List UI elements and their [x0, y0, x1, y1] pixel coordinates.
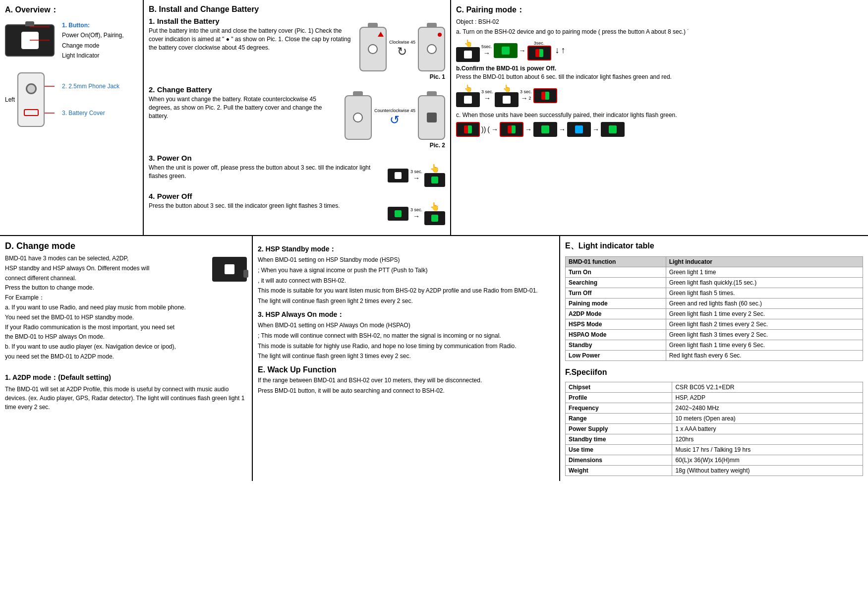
spec-label-cell: Use time — [566, 445, 672, 455]
final-green-device3 — [601, 122, 625, 137]
device-bottom-view: Left 2. 2.5mm Phone — [5, 72, 119, 127]
wack-desc2: Press BMD-01 button, it will be auto sea… — [258, 387, 554, 395]
hsp-standby-desc4: This mode is suitable for you want liste… — [258, 287, 554, 295]
step4-title: 4. Power Off — [149, 192, 445, 200]
step3-sec-label: 3 sec. — [410, 169, 422, 174]
light-indicator-cell: Green light flash 1 time every 2 Sec. — [666, 309, 863, 319]
main-container: A. Overview： — [0, 0, 868, 481]
bmd-inner-off — [464, 96, 472, 104]
bmd-device-hand: 👆 — [456, 84, 480, 107]
spec-label-cell: Frequency — [566, 403, 672, 414]
step3-title: 3. Power On — [149, 154, 445, 162]
light-indicator-cell: Green and red lights flash (60 sec.) — [666, 299, 863, 309]
spec-table-row: Use timeMusic 17 hrs / Talking 19 hrs — [566, 445, 863, 455]
spec-value-cell: 1 x AAA battery — [672, 424, 863, 434]
light-indicator-cell: Red light flash every 6 Sec. — [666, 351, 863, 361]
light-table-head: BMD-01 function Light inducator — [566, 257, 863, 267]
spec-label-cell: Dimensions — [566, 455, 672, 466]
label-5sec: 5sec. — [481, 44, 492, 49]
hsp-always-desc3: This mode is suitable for highly use Rad… — [258, 342, 554, 351]
light-indicator-table: BMD-01 function Light inducator Turn OnG… — [565, 256, 863, 361]
step2-text: When you want change the battery. Rotate… — [149, 95, 340, 120]
light-table-row: Turn OffGreen light flash 5 times. — [566, 288, 863, 299]
pic2-label: Pic. 2 — [430, 142, 445, 149]
spec-label-cell: Chipset — [566, 382, 672, 393]
spec-table-row: ChipsetCSR BC05 V2.1+EDR — [566, 382, 863, 393]
callout-labels-top: 1. Button: Power On(Off), Pairing, Chang… — [62, 20, 124, 61]
step2: 2. Change Battery When you want change t… — [149, 85, 445, 149]
light-function-cell: Low Power — [566, 351, 666, 361]
power-off-device2a — [424, 211, 445, 225]
bsh-rg-inner — [535, 49, 543, 57]
hsp-always-desc1: When BMD-01 setting on HSP Always On mod… — [258, 321, 554, 330]
light-col1-header: BMD-01 function — [566, 257, 666, 267]
arrow-final4: → — [592, 125, 599, 133]
button-top — [25, 21, 34, 26]
power-on-device — [424, 173, 445, 187]
battery-unit-1 — [359, 27, 387, 71]
label-3sec-a: 3sec. — [534, 41, 545, 46]
power-off-device — [388, 169, 408, 182]
section-b-title: B. Install and Change Battery — [149, 5, 445, 14]
mode-device-btn — [243, 270, 248, 278]
section-c-object: Object : BSH-02 — [456, 18, 863, 25]
hand-press-icon2: 👆 — [430, 202, 440, 211]
button-label: 1. Button: — [62, 20, 124, 30]
hand-icon-a: 👆 — [464, 39, 472, 47]
section-d-title: D. Change mode — [5, 241, 247, 251]
spec-label-cell: Weight — [566, 466, 672, 476]
light-function-cell: HSPAO Mode — [566, 330, 666, 340]
final-rg-inner — [464, 125, 472, 133]
step4-sec-label: 3 sec. — [410, 207, 422, 212]
section-ef: E、Light indicator table BMD-01 function … — [560, 236, 868, 481]
left-label: Left — [5, 96, 15, 103]
step4-text: Press the button about 3 sec. till the i… — [149, 202, 383, 210]
light-indicator-cell: Green light flash 5 times. — [666, 288, 863, 299]
device-top-view: 1. Button: Power On(Off), Pairing, Chang… — [5, 20, 124, 61]
spec-value-cell: CSR BC05 V2.1+EDR — [672, 382, 863, 393]
battery-unit-1b — [418, 27, 445, 71]
step2-title: 2. Change Battery — [149, 85, 445, 94]
d-exB2: you need set the BMD-01 to A2DP mode. — [5, 353, 247, 361]
spec-table-row: Dimensions60(L)x 36(W)x 16(H)mm — [566, 455, 863, 466]
section-a: A. Overview： — [0, 0, 144, 235]
step4-diagram: 3 sec. → 👆 — [388, 202, 445, 225]
pic1-label: Pic. 1 — [430, 73, 445, 80]
power-on-device2 — [388, 207, 408, 221]
device-body — [5, 24, 55, 57]
arrow-a2b: 3sec. — [527, 41, 551, 60]
final-rg-device — [456, 122, 480, 137]
final-green-inner3 — [609, 125, 617, 133]
spec-value-cell: 60(L)x 36(W)x 16(H)mm — [672, 455, 863, 466]
spec-table-row: Range10 meters (Open area) — [566, 414, 863, 424]
step2-diagram: Counterclockwise 45 ↺ Pic. 2 — [345, 95, 445, 149]
bsh-inner-green — [502, 47, 510, 55]
bsh-pairing-state — [527, 46, 551, 60]
step2-content: When you want change the battery. Rotate… — [149, 95, 445, 149]
step1-title: 1. Install the Battery — [149, 17, 445, 25]
spec-value-cell: Music 17 hrs / Talking 19 hrs — [672, 445, 863, 455]
step3-content: When the unit is power off, please press… — [149, 164, 445, 187]
section-d: D. Change mode BMD-01 have 3 modes can b… — [0, 236, 253, 481]
hsp-standby-title: 2. HSP Standby mode： — [258, 245, 554, 254]
light-table-row: SearchingGreen light flash quickly.(15 s… — [566, 278, 863, 288]
bsh-device-hand: 👆 — [456, 39, 480, 62]
bmd-pairing-device — [533, 88, 557, 103]
hsp-standby-desc2: ; When you have a signal income or push … — [258, 266, 554, 275]
light-function-cell: Paining mode — [566, 299, 666, 309]
device-diagram-top: 1. Button: Power On(Off), Pairing, Chang… — [5, 20, 138, 127]
bsh-device-off — [456, 47, 480, 62]
d-forExample: For Example： — [5, 294, 247, 302]
d-intro4: Press the button to change mode. — [5, 284, 247, 292]
spec-label-cell: Profile — [566, 393, 672, 403]
step4-arrow: → — [413, 212, 420, 220]
final-pair-row: )) ( → → → → — [456, 122, 863, 137]
light-indicator-cell: Green light flash 3 times every 2 Sec. — [666, 330, 863, 340]
light-function-cell: Searching — [566, 278, 666, 288]
bottom-row: D. Change mode BMD-01 have 3 modes can b… — [0, 236, 868, 481]
bsh-device-green — [494, 43, 518, 58]
step1-text: Put the battery into the unit and close … — [149, 27, 354, 52]
mode-diagram-float — [212, 257, 247, 282]
step1-content: Put the battery into the unit and close … — [149, 27, 445, 80]
bsh-inner-off — [464, 51, 472, 59]
